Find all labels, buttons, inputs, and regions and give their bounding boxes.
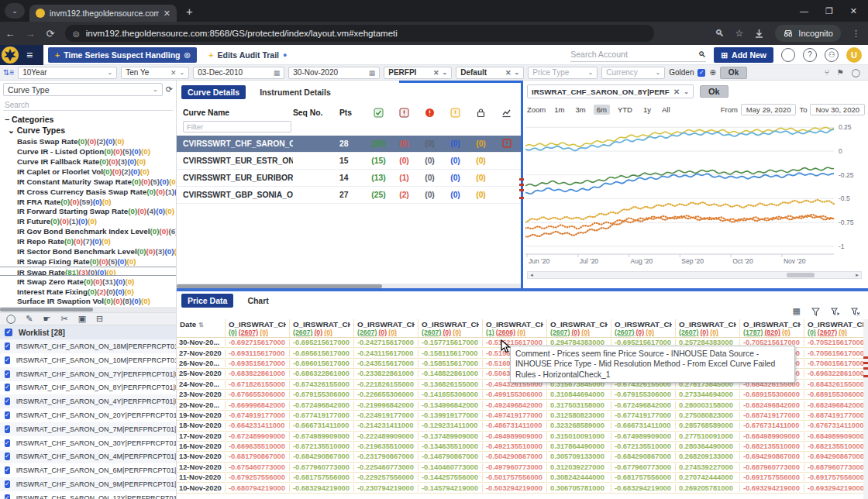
tab-edits-audit-trail[interactable]: + Edits Audit Trail ●	[202, 47, 294, 63]
tab-curve-details[interactable]: Curve Details	[181, 85, 246, 99]
date-to-input[interactable]: 30-Nov-2020▦	[288, 67, 380, 79]
curve-row[interactable]: CVIRSSWRT_GBP_SONIA_ON27(25)(2)(0)(0)(0)	[177, 187, 521, 204]
help-icon[interactable]: ?	[803, 48, 817, 62]
price-count-link[interactable]: (0)	[443, 329, 451, 336]
price-row[interactable]: 19-Nov-2020-0.674919177000-0.67741917700…	[177, 411, 868, 421]
price-count-link[interactable]: (0)	[646, 329, 654, 336]
status-count[interactable]: (1)	[391, 174, 417, 182]
status-count[interactable]: (15)	[366, 157, 391, 165]
price-count-link[interactable]: (820)	[764, 329, 780, 336]
worklist-item[interactable]: ✓IRSWRAT_CHF_SARON_ON_9M|PERFPRCPT01|MI.…	[0, 477, 176, 491]
curve-types-node[interactable]: ⌄ Curve Types	[0, 126, 176, 136]
price-value-cell[interactable]: -0.243115617000	[353, 349, 418, 357]
price-value-cell[interactable]: -0.677960773000	[611, 463, 675, 471]
price-value-cell[interactable]: -0.694290867000	[804, 453, 868, 460]
navigator-left-arrow[interactable]: ◂	[528, 272, 536, 278]
worklist-item[interactable]: ✓IRSWRAT_CHF_SARON_ON_12Y|PERFPRCPT01|M.…	[0, 491, 176, 499]
export-icon[interactable]: ⊟	[96, 314, 103, 324]
price-count-link[interactable]: (2607)	[422, 329, 441, 336]
price-value-cell[interactable]: 0.308242444000	[546, 473, 611, 481]
price-value-cell[interactable]: -0.497419177000	[482, 411, 546, 419]
price-value-cell[interactable]: 0.285768589000	[675, 422, 739, 429]
price-count-link[interactable]: (1)	[486, 329, 494, 336]
price-count-link[interactable]: (2607)	[615, 329, 634, 336]
refresh-icon[interactable]: ⟳	[166, 84, 173, 95]
price-count-link[interactable]: (0)	[571, 329, 580, 336]
price-value-cell[interactable]: -0.684326155000	[804, 380, 868, 388]
price-count-link[interactable]: (0)	[581, 329, 590, 336]
price-column-header[interactable]: O_IRSWRAT_CHF...(2607)(0)(0)	[289, 319, 353, 337]
worklist-item-checkbox[interactable]: ✓	[5, 494, 10, 499]
calendar-icon[interactable]: ▦	[274, 69, 281, 77]
price-value-cell[interactable]: -0.683822861000	[225, 370, 289, 377]
clear-icon[interactable]: ✕	[673, 88, 680, 96]
status-count[interactable]: (0)	[417, 191, 443, 199]
back-button[interactable]: ←	[0, 28, 20, 40]
price-count-link[interactable]: (0)	[808, 329, 816, 336]
price-value-cell[interactable]: -0.674989909000	[611, 432, 675, 440]
chart-zoom-3m[interactable]: 3m	[573, 105, 589, 115]
price-value-cell[interactable]: -0.144257556000	[418, 473, 482, 481]
worklist-item[interactable]: ✓IRSWRAT_CHF_SARON_ON_4Y|PERFPRCPT01|MI.…	[0, 394, 176, 408]
price-value-cell[interactable]: 0.275080823000	[675, 411, 739, 419]
price-value-cell[interactable]: -0.666731411000	[289, 422, 353, 429]
price-value-cell[interactable]: -0.694290867000	[739, 453, 804, 460]
price-value-cell[interactable]: 0.280364490000	[675, 442, 739, 450]
tab-instrument-details[interactable]: Instrument Details	[253, 85, 337, 99]
price-value-cell[interactable]: 0.310844694000	[546, 391, 611, 398]
status-count[interactable]: (28)	[366, 139, 391, 148]
worklist-item[interactable]: ✓IRSWRAT_CHF_SARON_ON_18M|PERFPRCPT01|M.…	[0, 339, 176, 353]
worklist-item[interactable]: ✓IRSWRAT_CHF_SARON_ON_8Y|PERFPRCPT01|MI.…	[0, 381, 176, 395]
curve-type-item[interactable]: IR Forward Starting Swap Rate(0)(0)(4)(0…	[0, 206, 176, 216]
price-row[interactable]: 11-Nov-2020-0.679257556000-0.68175755600…	[177, 473, 868, 483]
price-count-link[interactable]: (0)	[636, 329, 644, 336]
price-column-header[interactable]: O_IRSWRAT_CHF...(2607)(0)(0)	[611, 319, 675, 337]
filter-clear-icon[interactable]	[851, 306, 860, 316]
price-value-cell[interactable]: -0.696322861000	[804, 370, 868, 377]
status-count[interactable]: (0)	[443, 191, 468, 199]
price-column-header[interactable]: O_IRSWRAT_CHF...(0)(2607)(0)	[225, 319, 289, 337]
price-value-cell[interactable]: -0.219635510000	[353, 442, 418, 450]
price-value-cell[interactable]: -0.687419177000	[739, 411, 804, 419]
price-column-header[interactable]: O_IRSWRAT_CHF...(2607)(0)(0)	[418, 319, 482, 337]
filter-flag-icon[interactable]	[831, 306, 840, 316]
download-icon[interactable]	[754, 28, 764, 39]
price-count-link[interactable]: (0)	[782, 329, 790, 336]
price-value-cell[interactable]: -0.684290867000	[611, 453, 675, 460]
worklist-item[interactable]: ✓IRSWRAT_CHF_SARON_ON_7Y|PERFPRCPT01|MI.…	[0, 367, 176, 381]
chart-zoom-1y[interactable]: 1y	[640, 105, 654, 115]
price-value-cell[interactable]: -0.141655306000	[418, 391, 482, 398]
price-value-cell[interactable]: -0.233822861000	[353, 370, 418, 377]
reload-button[interactable]: ⟳	[40, 28, 60, 40]
price-value-cell[interactable]: 0.312039227000	[546, 463, 611, 471]
price-value-cell[interactable]: -0.494989909000	[482, 432, 546, 440]
price-column-header[interactable]: O_IRSWRAT_CHF...(0)(2607)(0)	[804, 319, 868, 337]
price-point-select[interactable]: PERFPI✕⌄	[384, 67, 452, 79]
comments-icon[interactable]	[781, 48, 795, 62]
price-value-cell[interactable]: -0.501757556000	[482, 473, 546, 481]
currency-select[interactable]: Currency⌄	[601, 67, 665, 79]
price-row[interactable]: 17-Nov-2020-0.672489909000-0.67498990900…	[177, 432, 868, 442]
add-new-button[interactable]: ⊞ Add New	[714, 47, 773, 63]
price-value-cell[interactable]: -0.672496842000	[289, 401, 353, 409]
price-value-cell[interactable]: 0.277510091000	[675, 432, 739, 440]
price-row[interactable]: 16-Nov-2020-0.669635510000-0.67213551000…	[177, 442, 868, 452]
price-count-link[interactable]: (0)	[388, 329, 397, 336]
price-value-cell[interactable]: -0.683294219000	[611, 484, 675, 492]
hamburger-menu-icon[interactable]: ≡	[26, 49, 33, 61]
tenor-type-select[interactable]: Ten Ye✕⌄	[121, 67, 189, 79]
price-value-cell[interactable]: -0.221826155000	[353, 380, 418, 388]
ruleset-select[interactable]: Default✕⌄	[456, 67, 524, 79]
status-count[interactable]: (13)	[366, 174, 391, 182]
price-count-link[interactable]: (2607)	[239, 329, 258, 336]
price-value-cell[interactable]: -0.695215617000	[289, 339, 353, 346]
status-count[interactable]: (0)	[443, 157, 468, 165]
price-value-cell[interactable]: 0.315010091000	[546, 432, 611, 440]
price-count-link[interactable]: (0)	[517, 329, 525, 336]
price-value-cell[interactable]: -0.692715617000	[225, 339, 289, 346]
price-row[interactable]: 13-Nov-2020-0.681790867000-0.68429086700…	[177, 452, 868, 462]
price-count-link[interactable]: (2607)	[293, 329, 312, 336]
window-minimize-button[interactable]: —	[800, 6, 808, 16]
price-value-cell[interactable]: -0.686322861000	[289, 370, 353, 377]
worklist-item-checkbox[interactable]: ✓	[5, 439, 10, 447]
